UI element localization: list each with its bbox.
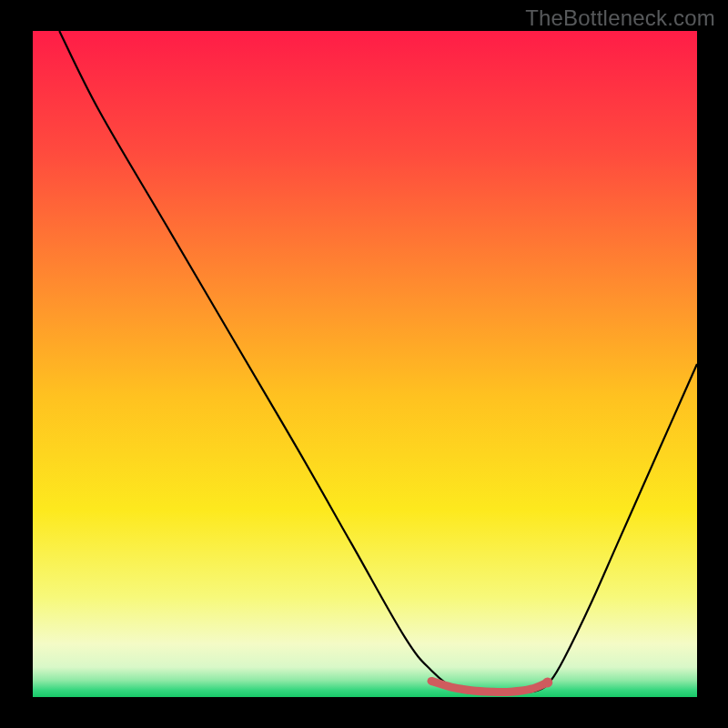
plot-area <box>33 31 697 697</box>
watermark-text: TheBottleneck.com <box>525 5 715 31</box>
chart-frame: TheBottleneck.com <box>0 0 728 728</box>
optimal-range-endpoint <box>542 677 552 687</box>
gradient-background <box>33 31 697 697</box>
plot-svg <box>33 31 697 697</box>
